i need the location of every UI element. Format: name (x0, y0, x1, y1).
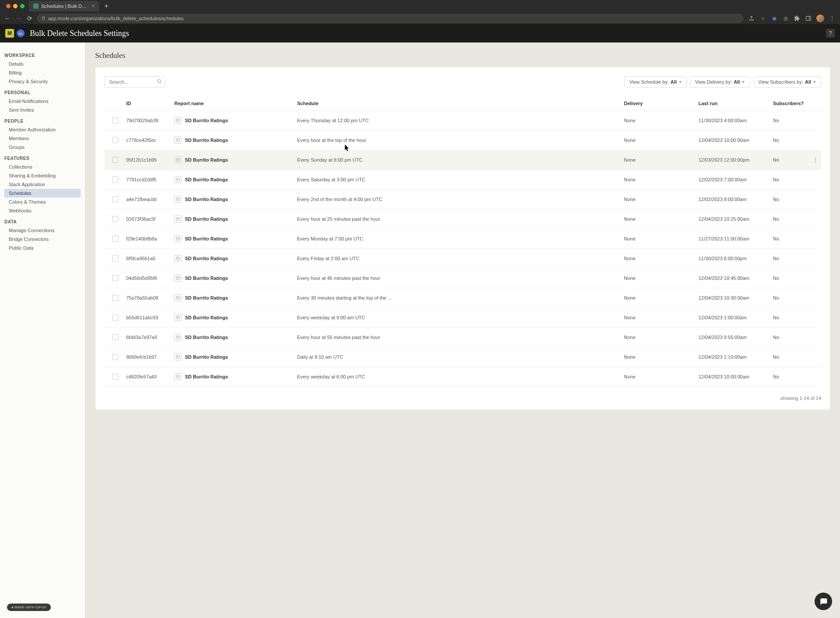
sidebar-item-member-authorization[interactable]: Member Authorization (4, 125, 81, 134)
sidebar-item-sent-invites[interactable]: Sent Invites (4, 106, 81, 114)
extension-icon-1[interactable]: ◉ (771, 15, 778, 22)
table-row[interactable]: 6fdd3a7e97a9SD Burrito RatingsEvery hour… (104, 328, 821, 347)
sidebar-item-slack-application[interactable]: Slack Application (4, 180, 81, 189)
cell-report[interactable]: SD Burrito Ratings (174, 117, 297, 124)
col-schedule[interactable]: Schedule (297, 101, 624, 106)
panel-icon[interactable] (805, 15, 812, 22)
window-minimize[interactable] (13, 4, 18, 8)
cell-report[interactable]: SD Burrito Ratings (174, 176, 297, 183)
cell-report[interactable]: SD Burrito Ratings (174, 196, 297, 203)
table-row[interactable]: b55d611abc93SD Burrito RatingsEvery week… (104, 308, 821, 328)
cell-report[interactable]: SD Burrito Ratings (174, 275, 297, 282)
report-name: SD Burrito Ratings (185, 374, 228, 379)
table-row[interactable]: f29e140b8b8aSD Burrito RatingsEvery Mond… (104, 229, 821, 249)
table-row[interactable]: c778ce42f5ecSD Burrito RatingsEvery hour… (104, 131, 821, 150)
share-icon[interactable] (748, 15, 755, 22)
sidebar-item-email-notifications[interactable]: Email Notifications (4, 97, 81, 106)
row-checkbox[interactable] (112, 236, 118, 242)
new-tab-button[interactable]: + (104, 2, 108, 10)
extension-icon-2[interactable]: ◎ (782, 15, 789, 22)
sidebar-item-collections[interactable]: Collections (4, 162, 81, 171)
row-checkbox[interactable] (112, 374, 118, 380)
cell-report[interactable]: SD Burrito Ratings (174, 255, 297, 262)
sidebar-item-privacy-security[interactable]: Privacy & Security (4, 77, 81, 86)
row-checkbox[interactable] (112, 196, 118, 202)
row-checkbox[interactable] (112, 117, 118, 124)
table-row[interactable]: 04d56d5d95f8SD Burrito RatingsEvery hour… (104, 268, 821, 288)
col-subscribers[interactable]: Subscribers? (773, 101, 812, 106)
sidebar-item-groups[interactable]: Groups (4, 143, 81, 152)
app-logo[interactable]: M es (5, 29, 25, 38)
help-button[interactable]: ? (826, 29, 835, 38)
cell-report[interactable]: SD Burrito Ratings (174, 156, 297, 163)
table-row[interactable]: 6f5fca45b1a5SD Burrito RatingsEvery Frid… (104, 249, 821, 268)
row-checkbox[interactable] (112, 334, 118, 340)
table-row[interactable]: c4820fe57a43SD Burrito RatingsEvery week… (104, 367, 821, 387)
row-checkbox[interactable] (112, 275, 118, 281)
row-checkbox[interactable] (112, 137, 118, 143)
bookmark-icon[interactable]: ☆ (759, 15, 766, 22)
profile-avatar[interactable] (816, 14, 824, 22)
table-row[interactable]: 7781ccd2ddf5SD Burrito RatingsEvery Satu… (104, 170, 821, 190)
report-icon (174, 294, 181, 301)
sidebar-item-public-data[interactable]: Public Data (4, 244, 81, 252)
table-row[interactable]: 02673f36ac5fSD Burrito RatingsEvery hour… (104, 209, 821, 229)
schedules-table: ID Report name Schedule Delivery Last ru… (104, 96, 821, 387)
cell-id: 9069efcb1b97 (126, 354, 174, 360)
cell-report[interactable]: SD Burrito Ratings (174, 314, 297, 321)
cell-last-run: 12/02/2023 7:00:00am (698, 177, 773, 182)
tab-close-icon[interactable]: × (92, 3, 95, 9)
col-delivery[interactable]: Delivery (624, 101, 698, 106)
window-close[interactable] (6, 4, 11, 8)
table-row[interactable]: 9069efcb1b97SD Burrito RatingsDaily at 9… (104, 347, 821, 367)
table-row[interactable]: a4e71fbeacbbSD Burrito RatingsEvery 2nd … (104, 190, 821, 209)
filter-schedule-button[interactable]: View Schedule by: All ▼ (624, 76, 687, 88)
cell-subscribers: No (773, 236, 812, 241)
sidebar-item-billing[interactable]: Billing (4, 68, 81, 77)
intercom-launcher[interactable] (815, 593, 832, 610)
search-input[interactable] (104, 76, 166, 88)
row-checkbox[interactable] (112, 295, 118, 301)
nav-back-icon[interactable]: ← (4, 15, 11, 22)
col-report[interactable]: Report name (174, 101, 297, 106)
sidebar-item-sharing-embedding[interactable]: Sharing & Embedding (4, 171, 81, 180)
sidebar-item-webhooks[interactable]: Webhooks (4, 206, 81, 215)
sidebar-item-members[interactable]: Members (4, 134, 81, 143)
browser-menu-icon[interactable]: ⋮ (829, 15, 836, 22)
filter-delivery-button[interactable]: View Delivery by: All ▼ (690, 76, 750, 88)
cell-report[interactable]: SD Burrito Ratings (174, 137, 297, 144)
cell-schedule: Every weekday at 6:00 pm UTC (297, 374, 624, 379)
url-field[interactable]: app.mode.com/organizations/bulk_delete_s… (37, 14, 744, 23)
row-checkbox[interactable] (112, 157, 118, 163)
cell-report[interactable]: SD Burrito Ratings (174, 294, 297, 301)
sidebar-item-colors-themes[interactable]: Colors & Themes (4, 198, 81, 206)
row-checkbox[interactable] (112, 314, 118, 321)
row-checkbox[interactable] (112, 354, 118, 360)
cell-report[interactable]: SD Burrito Ratings (174, 334, 297, 341)
table-row[interactable]: 95f12b1c1b95SD Burrito RatingsEvery Sund… (104, 150, 821, 170)
col-id[interactable]: ID (126, 101, 174, 106)
nav-forward-icon[interactable]: → (16, 15, 22, 22)
cell-report[interactable]: SD Burrito Ratings (174, 215, 297, 222)
sidebar-item-details[interactable]: Details (4, 60, 81, 68)
row-checkbox[interactable] (112, 255, 118, 261)
table-row[interactable]: 79d70029ab39SD Burrito RatingsEvery Thur… (104, 111, 821, 131)
extensions-puzzle-icon[interactable] (794, 15, 801, 22)
cell-subscribers: No (773, 138, 812, 143)
row-menu-icon[interactable]: ⋮ (812, 156, 821, 163)
col-last-run[interactable]: Last run (698, 101, 773, 106)
filter-subscribers-button[interactable]: View Subscribers by: All ▼ (754, 76, 822, 88)
cell-report[interactable]: SD Burrito Ratings (174, 353, 297, 360)
nav-reload-icon[interactable]: ⟳ (27, 15, 32, 22)
browser-tab[interactable]: Schedules | Bulk Delete Sched... × (29, 1, 99, 11)
sidebar-item-bridge-connectors[interactable]: Bridge Connectors (4, 235, 81, 244)
sidebar-item-manage-connections[interactable]: Manage Connections (4, 226, 81, 235)
row-checkbox[interactable] (112, 177, 118, 183)
cell-id: 04d56d5d95f8 (126, 275, 174, 281)
table-row[interactable]: 75a78a55ab08SD Burrito RatingsEvery 30 m… (104, 288, 821, 308)
cell-report[interactable]: SD Burrito Ratings (174, 373, 297, 380)
sidebar-item-schedules[interactable]: Schedules (4, 189, 81, 198)
row-checkbox[interactable] (112, 216, 118, 222)
window-maximize[interactable] (20, 4, 25, 8)
cell-report[interactable]: SD Burrito Ratings (174, 235, 297, 242)
